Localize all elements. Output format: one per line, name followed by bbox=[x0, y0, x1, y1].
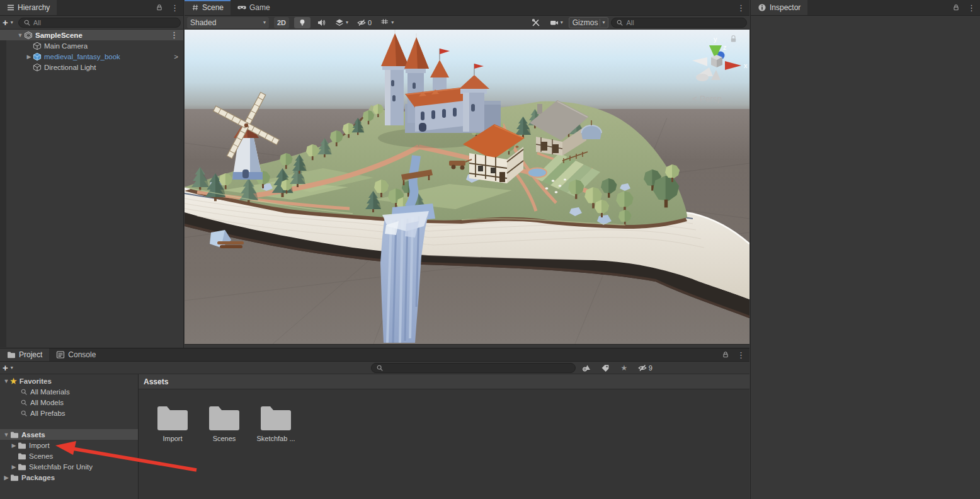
hidden-object-count: 0 bbox=[368, 19, 372, 26]
kebab-menu-icon[interactable]: ⋮ bbox=[967, 4, 976, 12]
search-by-type-button[interactable] bbox=[578, 362, 595, 374]
prefab-chevron-icon[interactable]: > bbox=[174, 53, 178, 60]
gizmo-z-label: z bbox=[723, 43, 727, 51]
folder-large-icon bbox=[208, 404, 241, 431]
scene-search-input[interactable] bbox=[626, 19, 742, 26]
create-asset-button[interactable]: + bbox=[3, 363, 8, 372]
folder-tile-label: Import bbox=[162, 435, 182, 442]
hierarchy-search[interactable] bbox=[18, 18, 181, 28]
hierarchy-item-samplescene[interactable]: ▼ SampleScene ⋮ bbox=[0, 30, 183, 40]
gizmos-dropdown[interactable]: Gizmos ▾ bbox=[569, 17, 609, 28]
tab-hierarchy[interactable]: Hierarchy bbox=[0, 0, 57, 15]
folder-tile-label: Scenes bbox=[213, 435, 236, 442]
add-object-caret-icon[interactable]: ▾ bbox=[11, 20, 13, 25]
tree-item-label: All Models bbox=[30, 399, 64, 406]
scene-camera-dropdown[interactable]: ▾ bbox=[547, 17, 566, 28]
kebab-menu-icon[interactable]: ⋮ bbox=[737, 351, 745, 359]
component-tools-button[interactable] bbox=[528, 17, 544, 28]
speaker-icon bbox=[317, 18, 326, 27]
hierarchy-item-directional-light[interactable]: Directional Light bbox=[0, 62, 183, 72]
tab-inspector[interactable]: Inspector bbox=[751, 0, 807, 15]
tree-item-scenes[interactable]: Scenes bbox=[0, 450, 138, 461]
folder-icon bbox=[18, 452, 26, 461]
tree-item-sketchfab-for-unity[interactable]: ▶ Sketchfab For Unity bbox=[0, 461, 138, 472]
hierarchy-item-medieval-fantasy-book[interactable]: ▶ medieval_fantasy_book > bbox=[0, 51, 183, 62]
inspector-panel: Inspector ⋮ bbox=[750, 0, 980, 499]
scene-toolbar: Shaded ▾ 2D ▾ 0 ▾ ▾ bbox=[185, 16, 749, 30]
kebab-menu-icon[interactable]: ⋮ bbox=[737, 4, 745, 12]
tree-item-assets[interactable]: ▼ Assets bbox=[0, 429, 138, 440]
tree-item-all-models[interactable]: All Models bbox=[0, 397, 138, 408]
projection-label[interactable]: <Persp bbox=[692, 94, 722, 103]
kebab-menu-icon[interactable]: ⋮ bbox=[171, 4, 179, 12]
shading-mode-label: Shaded bbox=[190, 18, 216, 27]
dropdown-caret-icon: ▾ bbox=[263, 20, 266, 25]
project-search[interactable] bbox=[371, 363, 576, 373]
tab-project[interactable]: Project bbox=[0, 348, 49, 361]
scene-viewport[interactable]: y z x <Persp bbox=[185, 30, 749, 344]
search-by-label-button[interactable] bbox=[597, 362, 613, 374]
scene-render: y z x <Persp bbox=[185, 30, 749, 344]
layers-icon bbox=[335, 18, 344, 27]
info-icon bbox=[758, 3, 766, 12]
lock-icon[interactable] bbox=[952, 4, 960, 11]
hierarchy-search-input[interactable] bbox=[33, 19, 176, 26]
search-icon bbox=[20, 388, 28, 396]
expander-closed-icon[interactable]: ▶ bbox=[10, 464, 18, 470]
folder-tile-label: Sketchfab ... bbox=[256, 435, 295, 442]
lock-icon[interactable] bbox=[722, 351, 729, 358]
search-icon bbox=[20, 410, 28, 417]
scene-name-label: SampleScene bbox=[35, 32, 83, 39]
scene-tab-label: Scene bbox=[202, 3, 224, 12]
lock-icon[interactable] bbox=[156, 4, 163, 11]
scene-visibility-toggle[interactable]: 0 bbox=[354, 17, 375, 28]
search-icon bbox=[23, 19, 31, 26]
expander-open-icon[interactable]: ▼ bbox=[3, 378, 10, 384]
hierarchy-item-main-camera[interactable]: Main Camera bbox=[0, 40, 183, 51]
scene-bottom-strip bbox=[185, 344, 749, 347]
folder-tile-import[interactable]: Import bbox=[147, 404, 198, 442]
shading-mode-dropdown[interactable]: Shaded ▾ bbox=[187, 17, 269, 28]
tree-item-all-materials[interactable]: All Materials bbox=[0, 386, 138, 397]
folder-tile-sketchfab[interactable]: Sketchfab ... bbox=[251, 404, 301, 442]
tree-item-packages[interactable]: ▶ Packages bbox=[0, 472, 138, 483]
tree-item-import[interactable]: ▶ Import bbox=[0, 440, 138, 450]
tree-item-all-prefabs[interactable]: All Prefabs bbox=[0, 408, 138, 418]
expander-open-icon[interactable]: ▼ bbox=[16, 32, 24, 38]
hierarchy-panel: Hierarchy ⋮ + ▾ ▼ SampleScene ⋮ Main Cam… bbox=[0, 0, 184, 348]
grid-snap-dropdown[interactable]: ▾ bbox=[377, 17, 397, 28]
scene-effects-dropdown[interactable]: ▾ bbox=[332, 17, 351, 28]
folder-tile-scenes[interactable]: Scenes bbox=[199, 404, 249, 442]
scene-kebab-icon[interactable]: ⋮ bbox=[170, 31, 178, 39]
scene-search[interactable] bbox=[611, 18, 747, 28]
gameobject-cube-icon bbox=[33, 42, 42, 50]
expander-open-icon[interactable]: ▼ bbox=[3, 432, 10, 438]
tab-scene[interactable]: Scene bbox=[185, 0, 231, 15]
breadcrumb: Assets bbox=[139, 374, 749, 389]
hierarchy-toolbar: + ▾ bbox=[0, 16, 183, 30]
grid-snap-icon bbox=[380, 18, 389, 27]
favorite-search-button[interactable]: ★ bbox=[616, 362, 632, 374]
scene-lighting-toggle[interactable] bbox=[294, 17, 311, 28]
favorites-star-icon: ★ bbox=[10, 377, 17, 385]
2d-toggle-button[interactable]: 2D bbox=[274, 17, 289, 28]
tab-console[interactable]: Console bbox=[49, 348, 103, 361]
project-visibility-toggle[interactable]: 9 bbox=[635, 362, 656, 374]
expander-closed-icon[interactable]: ▶ bbox=[10, 442, 18, 449]
tab-game[interactable]: Game bbox=[231, 0, 277, 15]
dropdown-caret-icon: ▾ bbox=[561, 20, 563, 25]
create-asset-caret-icon[interactable]: ▾ bbox=[11, 365, 13, 370]
scene-audio-toggle[interactable] bbox=[313, 17, 329, 28]
expander-closed-icon[interactable]: ▶ bbox=[25, 54, 33, 60]
inspector-tabbar: Inspector ⋮ bbox=[751, 0, 980, 16]
gameobject-label: Directional Light bbox=[44, 64, 96, 71]
add-object-button[interactable]: + bbox=[3, 18, 8, 27]
tree-item-label: Import bbox=[29, 442, 50, 449]
gamepad-icon bbox=[237, 3, 246, 12]
expander-closed-icon[interactable]: ▶ bbox=[3, 474, 10, 481]
tree-item-favorites[interactable]: ▼ ★ Favorites bbox=[0, 376, 138, 386]
folder-icon bbox=[10, 473, 19, 482]
tree-item-label: All Materials bbox=[30, 388, 70, 396]
project-search-input[interactable] bbox=[386, 364, 571, 372]
camera-icon bbox=[550, 18, 559, 27]
